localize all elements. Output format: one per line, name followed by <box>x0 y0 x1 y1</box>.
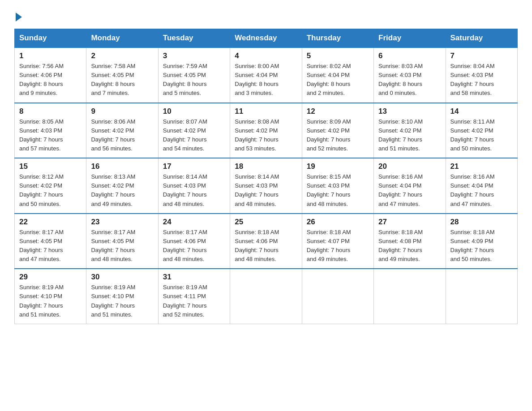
day-info: Sunrise: 8:17 AM Sunset: 4:05 PM Dayligh… <box>19 228 82 264</box>
day-number: 27 <box>378 218 441 227</box>
day-info: Sunrise: 8:15 AM Sunset: 4:03 PM Dayligh… <box>307 172 369 209</box>
weekday-header-friday: Friday <box>374 29 446 48</box>
day-number: 11 <box>235 107 297 116</box>
logo-triangle-icon <box>16 13 22 21</box>
day-info: Sunrise: 8:04 AM Sunset: 4:03 PM Dayligh… <box>450 62 513 98</box>
calendar-cell: 13 Sunrise: 8:10 AM Sunset: 4:02 PM Dayl… <box>374 103 446 158</box>
day-number: 1 <box>19 51 82 60</box>
calendar-cell: 28 Sunrise: 8:18 AM Sunset: 4:09 PM Dayl… <box>446 214 517 269</box>
weekday-header-wednesday: Wednesday <box>230 29 302 48</box>
calendar-cell: 18 Sunrise: 8:14 AM Sunset: 4:03 PM Dayl… <box>230 158 302 214</box>
day-number: 14 <box>450 107 513 116</box>
calendar-cell: 16 Sunrise: 8:13 AM Sunset: 4:02 PM Dayl… <box>86 158 158 214</box>
day-number: 22 <box>19 218 82 227</box>
day-number: 21 <box>450 162 513 171</box>
day-number: 9 <box>91 107 153 116</box>
calendar-cell: 11 Sunrise: 8:08 AM Sunset: 4:02 PM Dayl… <box>230 103 302 158</box>
day-info: Sunrise: 8:14 AM Sunset: 4:03 PM Dayligh… <box>235 172 297 209</box>
calendar-cell: 22 Sunrise: 8:17 AM Sunset: 4:05 PM Dayl… <box>15 214 86 269</box>
day-info: Sunrise: 8:17 AM Sunset: 4:05 PM Dayligh… <box>91 228 153 264</box>
day-info: Sunrise: 8:18 AM Sunset: 4:08 PM Dayligh… <box>378 228 441 264</box>
day-info: Sunrise: 8:09 AM Sunset: 4:02 PM Dayligh… <box>307 117 369 154</box>
day-number: 16 <box>91 162 153 171</box>
day-info: Sunrise: 8:10 AM Sunset: 4:02 PM Dayligh… <box>378 117 441 154</box>
day-number: 23 <box>91 218 153 227</box>
calendar-cell: 8 Sunrise: 8:05 AM Sunset: 4:03 PM Dayli… <box>15 103 86 158</box>
day-number: 31 <box>163 273 225 282</box>
day-info: Sunrise: 8:18 AM Sunset: 4:09 PM Dayligh… <box>450 228 513 264</box>
logo <box>14 11 22 21</box>
day-number: 19 <box>307 162 369 171</box>
calendar-cell: 29 Sunrise: 8:19 AM Sunset: 4:10 PM Dayl… <box>15 269 86 324</box>
day-number: 30 <box>91 273 153 282</box>
weekday-header-monday: Monday <box>86 29 158 48</box>
weekday-header-tuesday: Tuesday <box>158 29 230 48</box>
calendar-cell: 23 Sunrise: 8:17 AM Sunset: 4:05 PM Dayl… <box>86 214 158 269</box>
day-number: 17 <box>163 162 225 171</box>
day-info: Sunrise: 8:18 AM Sunset: 4:06 PM Dayligh… <box>235 228 297 264</box>
calendar-cell: 9 Sunrise: 8:06 AM Sunset: 4:02 PM Dayli… <box>86 103 158 158</box>
day-number: 26 <box>307 218 369 227</box>
calendar-cell: 24 Sunrise: 8:17 AM Sunset: 4:06 PM Dayl… <box>158 214 230 269</box>
calendar-cell: 6 Sunrise: 8:03 AM Sunset: 4:03 PM Dayli… <box>374 47 446 103</box>
calendar-cell: 1 Sunrise: 7:56 AM Sunset: 4:06 PM Dayli… <box>15 47 86 103</box>
calendar-cell: 14 Sunrise: 8:11 AM Sunset: 4:02 PM Dayl… <box>446 103 517 158</box>
day-number: 13 <box>378 107 441 116</box>
day-number: 4 <box>235 51 297 60</box>
day-info: Sunrise: 8:13 AM Sunset: 4:02 PM Dayligh… <box>91 172 153 209</box>
day-info: Sunrise: 8:17 AM Sunset: 4:06 PM Dayligh… <box>163 228 225 264</box>
day-info: Sunrise: 8:11 AM Sunset: 4:02 PM Dayligh… <box>450 117 513 154</box>
day-info: Sunrise: 7:58 AM Sunset: 4:05 PM Dayligh… <box>91 62 153 98</box>
calendar-cell: 12 Sunrise: 8:09 AM Sunset: 4:02 PM Dayl… <box>302 103 373 158</box>
day-number: 7 <box>450 51 513 60</box>
day-number: 24 <box>163 218 225 227</box>
calendar-table: SundayMondayTuesdayWednesdayThursdayFrid… <box>14 29 518 324</box>
day-number: 18 <box>235 162 297 171</box>
calendar-body: 1 Sunrise: 7:56 AM Sunset: 4:06 PM Dayli… <box>15 47 518 324</box>
day-info: Sunrise: 8:02 AM Sunset: 4:04 PM Dayligh… <box>307 62 369 98</box>
day-info: Sunrise: 8:07 AM Sunset: 4:02 PM Dayligh… <box>163 117 225 154</box>
calendar-header: SundayMondayTuesdayWednesdayThursdayFrid… <box>15 29 518 48</box>
calendar-cell: 2 Sunrise: 7:58 AM Sunset: 4:05 PM Dayli… <box>86 47 158 103</box>
day-info: Sunrise: 8:16 AM Sunset: 4:04 PM Dayligh… <box>450 172 513 209</box>
day-info: Sunrise: 8:00 AM Sunset: 4:04 PM Dayligh… <box>235 62 297 98</box>
weekday-header-saturday: Saturday <box>446 29 517 48</box>
day-info: Sunrise: 7:56 AM Sunset: 4:06 PM Dayligh… <box>19 62 82 98</box>
day-number: 3 <box>163 51 225 60</box>
day-number: 12 <box>307 107 369 116</box>
calendar-cell: 10 Sunrise: 8:07 AM Sunset: 4:02 PM Dayl… <box>158 103 230 158</box>
week-row-1: 1 Sunrise: 7:56 AM Sunset: 4:06 PM Dayli… <box>15 47 518 103</box>
calendar-cell: 26 Sunrise: 8:18 AM Sunset: 4:07 PM Dayl… <box>302 214 373 269</box>
day-info: Sunrise: 8:14 AM Sunset: 4:03 PM Dayligh… <box>163 172 225 209</box>
calendar-cell: 20 Sunrise: 8:16 AM Sunset: 4:04 PM Dayl… <box>374 158 446 214</box>
calendar-cell <box>302 269 373 324</box>
page-header <box>14 11 518 21</box>
day-number: 28 <box>450 218 513 227</box>
calendar-cell: 25 Sunrise: 8:18 AM Sunset: 4:06 PM Dayl… <box>230 214 302 269</box>
weekday-header-thursday: Thursday <box>302 29 373 48</box>
day-number: 15 <box>19 162 82 171</box>
weekday-header-sunday: Sunday <box>15 29 86 48</box>
day-number: 5 <box>307 51 369 60</box>
day-info: Sunrise: 8:16 AM Sunset: 4:04 PM Dayligh… <box>378 172 441 209</box>
calendar-cell: 30 Sunrise: 8:19 AM Sunset: 4:10 PM Dayl… <box>86 269 158 324</box>
day-info: Sunrise: 8:19 AM Sunset: 4:11 PM Dayligh… <box>163 283 225 319</box>
week-row-2: 8 Sunrise: 8:05 AM Sunset: 4:03 PM Dayli… <box>15 103 518 158</box>
day-number: 6 <box>378 51 441 60</box>
week-row-3: 15 Sunrise: 8:12 AM Sunset: 4:02 PM Dayl… <box>15 158 518 214</box>
day-number: 25 <box>235 218 297 227</box>
calendar-cell: 3 Sunrise: 7:59 AM Sunset: 4:05 PM Dayli… <box>158 47 230 103</box>
calendar-cell: 15 Sunrise: 8:12 AM Sunset: 4:02 PM Dayl… <box>15 158 86 214</box>
day-info: Sunrise: 7:59 AM Sunset: 4:05 PM Dayligh… <box>163 62 225 98</box>
week-row-5: 29 Sunrise: 8:19 AM Sunset: 4:10 PM Dayl… <box>15 269 518 324</box>
day-info: Sunrise: 8:19 AM Sunset: 4:10 PM Dayligh… <box>19 283 82 319</box>
calendar-cell: 21 Sunrise: 8:16 AM Sunset: 4:04 PM Dayl… <box>446 158 517 214</box>
calendar-cell: 31 Sunrise: 8:19 AM Sunset: 4:11 PM Dayl… <box>158 269 230 324</box>
calendar-cell: 17 Sunrise: 8:14 AM Sunset: 4:03 PM Dayl… <box>158 158 230 214</box>
day-number: 20 <box>378 162 441 171</box>
week-row-4: 22 Sunrise: 8:17 AM Sunset: 4:05 PM Dayl… <box>15 214 518 269</box>
calendar-cell: 19 Sunrise: 8:15 AM Sunset: 4:03 PM Dayl… <box>302 158 373 214</box>
weekday-header-row: SundayMondayTuesdayWednesdayThursdayFrid… <box>15 29 518 48</box>
day-info: Sunrise: 8:03 AM Sunset: 4:03 PM Dayligh… <box>378 62 441 98</box>
day-info: Sunrise: 8:19 AM Sunset: 4:10 PM Dayligh… <box>91 283 153 319</box>
